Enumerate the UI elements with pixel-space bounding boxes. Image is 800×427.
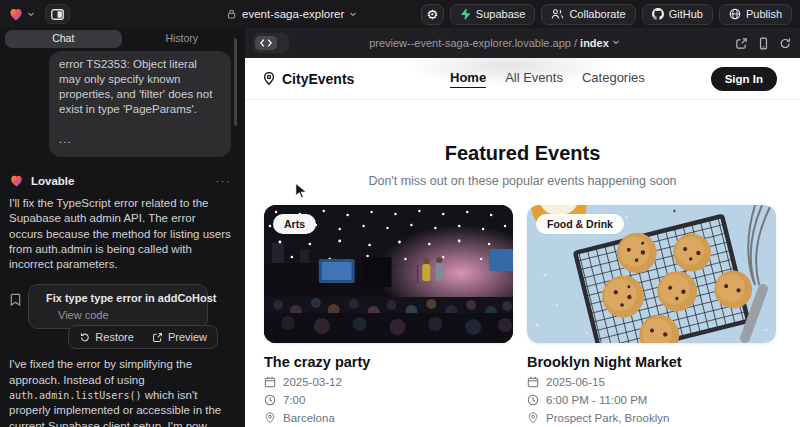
code-change-card[interactable]: Fix type type error in addCoHost View co… xyxy=(28,284,208,329)
chat-messages: error TS2353: Object literal may only sp… xyxy=(0,48,245,427)
site-preview: CityEvents Home All Events Categories Si… xyxy=(245,58,800,427)
nav-all-events[interactable]: All Events xyxy=(505,70,563,88)
tab-chat[interactable]: Chat xyxy=(5,30,122,48)
event-location: Prospect Park, Brooklyn xyxy=(546,412,669,424)
project-switcher[interactable]: event-saga-explorer xyxy=(226,0,357,28)
lovable-heart-icon xyxy=(9,174,24,188)
preview-url-bar[interactable]: preview--event-saga-explorer.lovable.app… xyxy=(245,37,744,49)
publish-label: Publish xyxy=(746,8,782,20)
user-message-more: ... xyxy=(59,132,221,147)
event-image-cookies: Food & Drink xyxy=(527,205,776,343)
event-title: The crazy party xyxy=(264,354,513,370)
message-menu-button[interactable]: ··· xyxy=(216,175,232,187)
restore-button[interactable]: Restore xyxy=(71,328,142,346)
event-date-row: 2025-03-12 xyxy=(264,376,513,388)
user-message-text: error TS2353: Object literal may only sp… xyxy=(59,57,221,117)
lock-icon xyxy=(226,8,237,20)
category-badge: Food & Drink xyxy=(536,214,624,234)
github-button[interactable]: GitHub xyxy=(642,4,713,25)
panel-icon xyxy=(51,9,64,20)
event-time-row: 6:00 PM - 11:00 PM xyxy=(527,394,776,406)
collaborate-button[interactable]: Collaborate xyxy=(541,4,635,25)
site-brand-name: CityEvents xyxy=(282,71,354,87)
featured-events-subheading: Don't miss out on these popular events h… xyxy=(245,174,800,188)
event-image-conference: Arts xyxy=(264,205,513,343)
github-icon xyxy=(652,8,664,20)
restore-icon xyxy=(79,332,90,343)
topbar: event-saga-explorer ⚙ Supabase xyxy=(0,0,800,28)
chat-tabs: Chat History xyxy=(0,28,245,48)
preview-version-button[interactable]: Preview xyxy=(144,328,215,346)
assistant-outro: I've fixed the error by simplifying the … xyxy=(9,357,231,427)
people-icon xyxy=(551,8,564,20)
chevron-down-icon xyxy=(27,10,35,18)
map-pin-icon xyxy=(527,412,539,424)
event-date-row: 2025-06-15 xyxy=(527,376,776,388)
assistant-name: Lovable xyxy=(31,175,74,187)
event-location-row: Prospect Park, Brooklyn xyxy=(527,412,776,424)
category-badge: Arts xyxy=(273,214,316,234)
supabase-bolt-icon xyxy=(460,8,471,20)
preview-label: Preview xyxy=(168,331,207,343)
github-label: GitHub xyxy=(669,8,703,20)
map-pin-icon xyxy=(264,412,276,424)
sign-in-button[interactable]: Sign In xyxy=(711,67,777,91)
smartphone-icon xyxy=(757,37,770,50)
event-title: Brooklyn Night Market xyxy=(527,354,776,370)
site-nav: Home All Events Categories xyxy=(450,70,645,88)
globe-icon xyxy=(729,8,741,20)
preview-panel: preview--event-saga-explorer.lovable.app… xyxy=(245,28,800,427)
assistant-header: Lovable ··· xyxy=(9,174,231,188)
preview-toolbar: preview--event-saga-explorer.lovable.app… xyxy=(245,28,800,58)
url-separator: / xyxy=(571,37,580,49)
event-time: 7:00 xyxy=(283,394,305,406)
event-time: 6:00 PM - 11:00 PM xyxy=(546,394,647,406)
tab-history[interactable]: History xyxy=(124,30,241,48)
gear-icon: ⚙ xyxy=(427,7,439,22)
calendar-icon xyxy=(527,376,539,388)
external-link-icon xyxy=(152,332,163,343)
chevron-down-icon xyxy=(612,38,620,46)
preview-page: index xyxy=(580,37,609,49)
lovable-logo-menu[interactable] xyxy=(8,7,35,22)
supabase-label: Supabase xyxy=(476,8,526,20)
event-location-row: Barcelona xyxy=(264,412,513,424)
event-card[interactable]: Arts The crazy party 2025-03-12 xyxy=(264,205,513,424)
settings-button[interactable]: ⚙ xyxy=(421,4,444,25)
preview-url: preview--event-saga-explorer.lovable.app xyxy=(369,37,571,49)
event-card[interactable]: Food & Drink Brooklyn Night Market 2025-… xyxy=(527,205,776,424)
project-name: event-saga-explorer xyxy=(242,8,344,20)
clock-icon xyxy=(527,394,539,406)
user-message: error TS2353: Object literal may only sp… xyxy=(49,51,231,157)
event-date: 2025-06-15 xyxy=(546,376,605,388)
event-date: 2025-03-12 xyxy=(283,376,342,388)
chat-panel: Chat History error TS2353: Object litera… xyxy=(0,28,245,427)
assistant-intro: I'll fix the TypeScript error related to… xyxy=(9,196,231,272)
view-code-link[interactable]: View code xyxy=(58,309,197,321)
version-actions: Restore Preview xyxy=(68,325,218,349)
sidebar-toggle-button[interactable] xyxy=(45,4,70,24)
site-header: CityEvents Home All Events Categories Si… xyxy=(245,58,800,100)
nav-categories[interactable]: Categories xyxy=(582,70,645,88)
mobile-view-button[interactable] xyxy=(757,37,770,50)
chat-scrollbar[interactable] xyxy=(234,38,237,126)
lovable-heart-icon xyxy=(8,7,24,22)
publish-button[interactable]: Publish xyxy=(719,4,792,25)
collaborate-label: Collaborate xyxy=(569,8,625,20)
bookmark-icon xyxy=(9,293,22,307)
app-window: event-saga-explorer ⚙ Supabase xyxy=(0,0,800,427)
calendar-icon xyxy=(264,376,276,388)
nav-home[interactable]: Home xyxy=(450,70,486,88)
refresh-button[interactable] xyxy=(779,37,792,50)
outro-text: I've fixed the error by simplifying the … xyxy=(9,358,192,385)
supabase-button[interactable]: Supabase xyxy=(450,4,536,25)
map-pin-icon xyxy=(262,71,276,86)
clock-icon xyxy=(264,394,276,406)
refresh-icon xyxy=(779,37,792,50)
site-brand[interactable]: CityEvents xyxy=(262,71,354,87)
event-time-row: 7:00 xyxy=(264,394,513,406)
event-location: Barcelona xyxy=(283,412,335,424)
code-card-title: Fix type type error in addCoHost xyxy=(46,292,217,304)
event-cards: Arts The crazy party 2025-03-12 xyxy=(245,188,800,424)
inline-code: auth.admin.listUsers() xyxy=(9,390,141,401)
